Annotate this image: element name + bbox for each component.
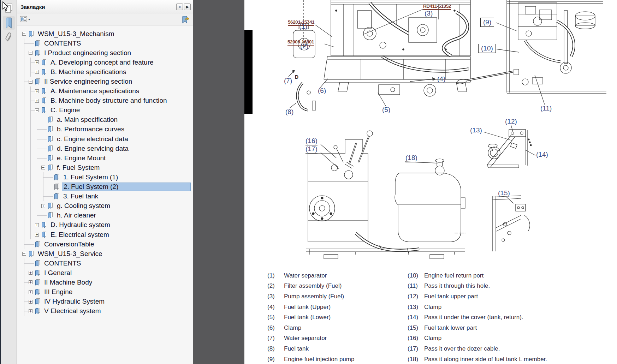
expand-expander-icon[interactable]: + (35, 89, 39, 93)
expander-cell (41, 153, 48, 163)
bookmark-label[interactable]: A. Developing concept and feature (49, 58, 155, 67)
parts-list-row: (12)Fuel tank upper part (408, 291, 547, 302)
bookmark-item[interactable]: +E. Electrical system (17, 230, 193, 239)
bookmark-label[interactable]: C. Engine (49, 106, 81, 114)
bookmark-label[interactable]: V Electrical system (43, 307, 102, 315)
bookmark-label[interactable]: I Product engineering section (43, 49, 132, 57)
bookmark-item[interactable]: +III Engine (17, 287, 193, 297)
expand-panel-button[interactable]: ▶ (184, 4, 191, 10)
bookmark-item-selected[interactable]: 2. Fuel System (2) (17, 182, 193, 192)
bookmark-label[interactable]: c. Engine electrical data (55, 135, 130, 143)
bookmark-label[interactable]: d. Engine servicing data (55, 144, 130, 153)
tree-guide (22, 67, 29, 77)
bookmark-label[interactable]: D. Hydraulic system (49, 221, 112, 229)
expand-expander-icon[interactable]: + (35, 60, 39, 64)
bookmark-label[interactable]: 3. Fuel tank (62, 192, 100, 201)
bookmark-label[interactable]: a. Main specification (55, 115, 119, 124)
expand-expander-icon[interactable]: + (29, 290, 32, 294)
bookmark-label[interactable]: ConversionTable (43, 240, 96, 249)
bookmark-label[interactable]: II Machine Body (43, 278, 94, 287)
bookmark-item[interactable]: −f. Fuel System (17, 163, 193, 172)
collapse-expander-icon[interactable]: − (22, 252, 26, 256)
parts-list-row: (10)Engine fuel return port (408, 270, 547, 281)
bookmark-item[interactable]: +A. Maintenance specifications (17, 86, 193, 96)
bookmark-label[interactable]: g. Cooling system (55, 202, 112, 210)
bookmark-label[interactable]: I General (43, 269, 73, 277)
collapse-expander-icon[interactable]: − (41, 166, 45, 169)
bookmark-label[interactable]: h. Air cleaner (55, 211, 97, 220)
bookmark-item[interactable]: −II Service engineering section (17, 77, 193, 86)
bookmark-item[interactable]: 1. Fuel System (1) (17, 172, 193, 182)
bookmark-ribbon-icon (41, 222, 47, 228)
expand-expander-icon[interactable]: + (29, 280, 32, 284)
bookmark-item[interactable]: +B. Machine specifications (17, 67, 193, 77)
new-bookmark-button[interactable] (182, 16, 190, 24)
bookmark-label[interactable]: 2. Fuel System (2) (62, 183, 191, 191)
bookmark-label[interactable]: WSM_U15-3_Mechanism (36, 30, 115, 38)
bookmark-item[interactable]: +IV Hydraulic System (17, 297, 193, 306)
bookmark-item[interactable]: −I Product engineering section (17, 48, 193, 58)
collapse-expander-icon[interactable]: − (29, 51, 32, 55)
collapse-panel-button[interactable]: « (176, 4, 183, 10)
collapse-expander-icon[interactable]: − (22, 32, 26, 36)
bookmark-item[interactable]: ConversionTable (17, 239, 193, 249)
bookmark-label[interactable]: IV Hydraulic System (43, 297, 106, 306)
diagram-callout-c16: (16) (305, 137, 318, 145)
bookmark-label[interactable]: III Engine (43, 288, 74, 296)
expand-expander-icon[interactable]: + (29, 300, 32, 304)
bookmark-item[interactable]: h. Air cleaner (17, 211, 193, 220)
expand-expander-icon[interactable]: + (35, 223, 39, 227)
bookmark-label[interactable]: b. Performance curves (55, 125, 126, 133)
bookmark-item[interactable]: −WSM_U15-3_Service (17, 249, 193, 258)
collapse-expander-icon[interactable]: − (35, 108, 39, 112)
bookmark-item[interactable]: e. Engine Mount (17, 153, 193, 163)
diagram-callout-c13: (13) (470, 126, 482, 134)
expand-expander-icon[interactable]: + (35, 99, 39, 103)
bookmark-label[interactable]: A. Maintenance specifications (49, 87, 141, 95)
bookmarks-panel-button[interactable] (3, 16, 15, 30)
bookmark-item[interactable]: c. Engine electrical data (17, 134, 193, 144)
parts-list-row: (7)Water separator (267, 333, 354, 344)
expand-expander-icon[interactable]: + (29, 271, 32, 275)
bookmark-options-button[interactable]: ▾ (20, 16, 30, 23)
bookmark-item[interactable]: −WSM_U15-3_Mechanism (17, 29, 193, 38)
expand-expander-icon[interactable]: + (41, 204, 45, 208)
bookmark-label[interactable]: II Service engineering section (43, 77, 134, 86)
bookmark-item[interactable]: CONTENTS (17, 38, 193, 48)
expand-expander-icon[interactable]: + (29, 309, 32, 313)
bookmark-item[interactable]: +V Electrical system (17, 306, 193, 316)
parts-list-row: (9)Engine fuel injection pump (267, 354, 354, 364)
bookmark-label[interactable]: B. Machine body structure and function (49, 96, 168, 105)
expand-expander-icon[interactable]: + (35, 233, 39, 237)
bookmark-item[interactable]: b. Performance curves (17, 125, 193, 134)
bookmark-item[interactable]: +II Machine Body (17, 278, 193, 287)
bookmark-label[interactable]: E. Electrical system (49, 231, 111, 239)
expander-cell (29, 258, 35, 268)
bookmark-item[interactable]: d. Engine servicing data (17, 144, 193, 153)
bookmark-item[interactable]: +B. Machine body structure and function (17, 96, 193, 106)
tree-guide (29, 230, 35, 239)
bookmark-label[interactable]: WSM_U15-3_Service (36, 250, 104, 258)
part-name: Pass it through this hole. (424, 282, 490, 290)
bookmark-label[interactable]: CONTENTS (43, 39, 83, 48)
tree-guide (29, 115, 35, 125)
bookmark-item[interactable]: +g. Cooling system (17, 201, 193, 211)
bookmark-item[interactable]: +D. Hydraulic system (17, 220, 193, 230)
bookmark-label[interactable]: e. Engine Mount (55, 154, 107, 162)
bookmark-item[interactable]: −C. Engine (17, 106, 193, 115)
expand-expander-icon[interactable]: + (35, 70, 39, 74)
attachments-panel-button[interactable] (3, 31, 15, 44)
bookmark-item[interactable]: a. Main specification (17, 115, 193, 125)
bookmark-label[interactable]: B. Machine specifications (49, 68, 127, 76)
bookmark-item[interactable]: CONTENTS (17, 258, 193, 268)
bookmark-label[interactable]: CONTENTS (43, 259, 83, 268)
bookmark-label[interactable]: f. Fuel System (55, 163, 101, 172)
bookmark-item[interactable]: +A. Developing concept and feature (17, 58, 193, 67)
bookmark-item[interactable]: +I General (17, 268, 193, 278)
collapse-expander-icon[interactable]: − (29, 80, 32, 84)
bookmark-item[interactable]: 3. Fuel tank (17, 192, 193, 201)
expander-cell: + (29, 268, 35, 278)
tree-guide (35, 144, 41, 153)
figure-engine-tank (306, 131, 467, 259)
bookmark-label[interactable]: 1. Fuel System (1) (62, 173, 119, 181)
